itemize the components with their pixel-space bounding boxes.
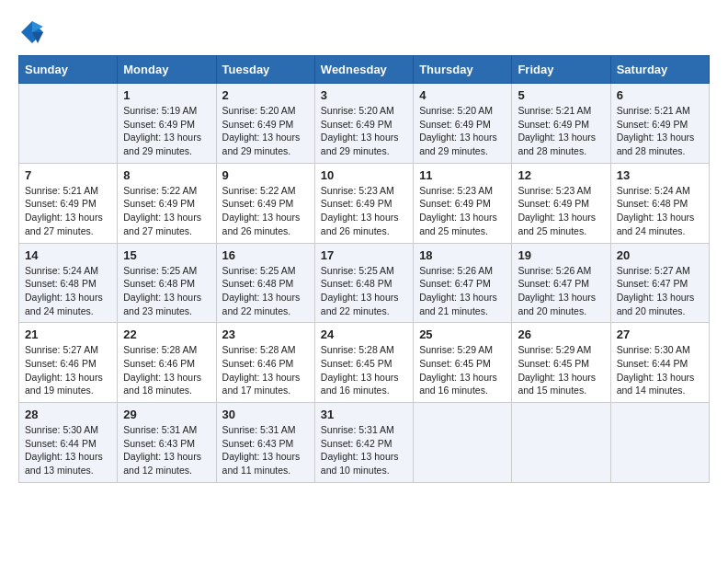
day-number: 24 [321, 327, 407, 341]
cell-info: Sunrise: 5:21 AM [518, 104, 604, 118]
cell-info: Sunset: 6:49 PM [25, 197, 111, 211]
day-number: 9 [222, 168, 309, 182]
calendar-cell: 12Sunrise: 5:23 AMSunset: 6:49 PMDayligh… [512, 163, 610, 243]
cell-info: Sunrise: 5:29 AM [419, 343, 506, 357]
cell-info: Sunrise: 5:24 AM [25, 264, 111, 278]
cell-info: Daylight: 13 hours [617, 291, 703, 304]
calendar-cell [512, 403, 610, 483]
cell-info: and 25 minutes. [518, 224, 604, 238]
cell-info: Sunset: 6:49 PM [222, 197, 309, 211]
cell-info: and 29 minutes. [222, 144, 309, 158]
weekday-header: Saturday [610, 56, 709, 84]
cell-info: Daylight: 13 hours [518, 291, 604, 304]
calendar-cell: 7Sunrise: 5:21 AMSunset: 6:49 PMDaylight… [19, 163, 118, 243]
cell-info: Sunset: 6:48 PM [321, 277, 407, 291]
cell-info: and 27 minutes. [25, 224, 111, 238]
day-number: 22 [123, 327, 210, 341]
calendar-cell: 24Sunrise: 5:28 AMSunset: 6:45 PMDayligh… [314, 323, 413, 403]
cell-info: Sunset: 6:49 PM [518, 118, 604, 132]
day-number: 21 [25, 327, 111, 341]
cell-info: Sunrise: 5:28 AM [123, 343, 210, 357]
cell-info: Sunset: 6:49 PM [321, 118, 407, 132]
cell-info: Sunrise: 5:31 AM [321, 423, 407, 437]
calendar-table: SundayMondayTuesdayWednesdayThursdayFrid… [18, 55, 710, 483]
calendar-cell: 31Sunrise: 5:31 AMSunset: 6:42 PMDayligh… [314, 403, 413, 483]
cell-info: Sunrise: 5:30 AM [617, 343, 703, 357]
calendar-cell: 3Sunrise: 5:20 AMSunset: 6:49 PMDaylight… [314, 84, 413, 164]
cell-info: Sunrise: 5:22 AM [123, 184, 210, 198]
cell-info: Sunrise: 5:20 AM [419, 104, 506, 118]
cell-info: and 20 minutes. [617, 304, 703, 318]
cell-info: Sunset: 6:46 PM [222, 357, 309, 371]
day-number: 18 [419, 248, 506, 262]
day-number: 13 [617, 168, 703, 182]
cell-info: Daylight: 13 hours [321, 371, 407, 385]
day-number: 25 [419, 327, 506, 341]
cell-info: Daylight: 13 hours [617, 371, 703, 385]
calendar-cell: 13Sunrise: 5:24 AMSunset: 6:48 PMDayligh… [610, 163, 709, 243]
cell-info: and 28 minutes. [518, 144, 604, 158]
calendar-cell: 16Sunrise: 5:25 AMSunset: 6:48 PMDayligh… [216, 243, 314, 323]
cell-info: and 16 minutes. [321, 384, 407, 397]
cell-info: Sunrise: 5:31 AM [222, 423, 309, 437]
calendar-week-row: 28Sunrise: 5:30 AMSunset: 6:44 PMDayligh… [19, 403, 710, 483]
cell-info: Sunset: 6:49 PM [222, 118, 309, 132]
day-number: 19 [518, 248, 604, 262]
day-number: 30 [222, 408, 309, 421]
calendar-cell: 4Sunrise: 5:20 AMSunset: 6:49 PMDaylight… [414, 84, 512, 164]
calendar-cell: 14Sunrise: 5:24 AMSunset: 6:48 PMDayligh… [19, 243, 118, 323]
cell-info: Sunset: 6:45 PM [321, 357, 407, 371]
cell-info: Daylight: 13 hours [321, 450, 407, 464]
day-number: 16 [222, 248, 309, 262]
cell-info: Sunrise: 5:20 AM [321, 104, 407, 118]
cell-info: Sunrise: 5:23 AM [518, 184, 604, 198]
cell-info: Sunset: 6:44 PM [25, 437, 111, 451]
cell-info: and 10 minutes. [321, 464, 407, 477]
day-number: 7 [25, 168, 111, 182]
cell-info: Sunrise: 5:28 AM [321, 343, 407, 357]
cell-info: Daylight: 13 hours [321, 131, 407, 144]
cell-info: Sunset: 6:45 PM [518, 357, 604, 371]
day-number: 29 [123, 408, 210, 421]
cell-info: Daylight: 13 hours [222, 291, 309, 304]
cell-info: and 16 minutes. [419, 384, 506, 397]
cell-info: and 12 minutes. [123, 464, 210, 477]
cell-info: and 19 minutes. [25, 384, 111, 397]
cell-info: Sunset: 6:49 PM [419, 197, 506, 211]
day-number: 31 [321, 408, 407, 421]
cell-info: Daylight: 13 hours [617, 211, 703, 224]
cell-info: Sunrise: 5:22 AM [222, 184, 309, 198]
calendar-cell: 28Sunrise: 5:30 AMSunset: 6:44 PMDayligh… [19, 403, 118, 483]
cell-info: Sunset: 6:42 PM [321, 437, 407, 451]
calendar-cell: 11Sunrise: 5:23 AMSunset: 6:49 PMDayligh… [414, 163, 512, 243]
cell-info: Sunrise: 5:27 AM [617, 264, 703, 278]
calendar-cell: 19Sunrise: 5:26 AMSunset: 6:47 PMDayligh… [512, 243, 610, 323]
calendar-cell: 20Sunrise: 5:27 AMSunset: 6:47 PMDayligh… [610, 243, 709, 323]
cell-info: Daylight: 13 hours [222, 371, 309, 385]
calendar-cell: 29Sunrise: 5:31 AMSunset: 6:43 PMDayligh… [118, 403, 216, 483]
cell-info: Sunrise: 5:21 AM [25, 184, 111, 198]
calendar-cell: 23Sunrise: 5:28 AMSunset: 6:46 PMDayligh… [216, 323, 314, 403]
cell-info: Daylight: 13 hours [222, 450, 309, 464]
cell-info: and 29 minutes. [123, 144, 210, 158]
cell-info: Sunrise: 5:28 AM [222, 343, 309, 357]
logo [18, 18, 50, 46]
day-number: 15 [123, 248, 210, 262]
cell-info: Sunset: 6:47 PM [419, 277, 506, 291]
cell-info: Sunrise: 5:25 AM [123, 264, 210, 278]
cell-info: Sunrise: 5:24 AM [617, 184, 703, 198]
cell-info: Sunset: 6:45 PM [419, 357, 506, 371]
cell-info: and 13 minutes. [25, 464, 111, 477]
cell-info: Sunrise: 5:21 AM [617, 104, 703, 118]
cell-info: Sunrise: 5:30 AM [25, 423, 111, 437]
day-number: 1 [123, 88, 210, 102]
cell-info: Sunrise: 5:23 AM [419, 184, 506, 198]
calendar-week-row: 21Sunrise: 5:27 AMSunset: 6:46 PMDayligh… [19, 323, 710, 403]
calendar-cell: 21Sunrise: 5:27 AMSunset: 6:46 PMDayligh… [19, 323, 118, 403]
day-number: 5 [518, 88, 604, 102]
cell-info: and 22 minutes. [321, 304, 407, 318]
cell-info: Sunrise: 5:25 AM [222, 264, 309, 278]
cell-info: Daylight: 13 hours [321, 211, 407, 224]
day-number: 17 [321, 248, 407, 262]
cell-info: and 20 minutes. [518, 304, 604, 318]
